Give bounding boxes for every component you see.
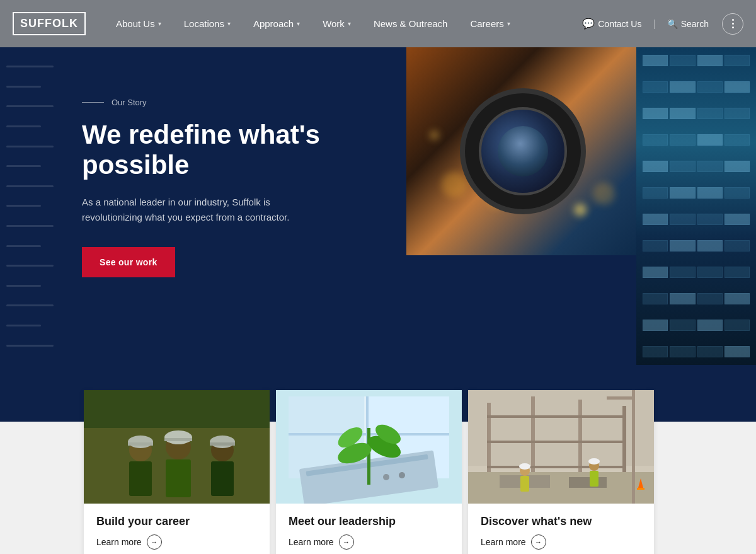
lens-inner [479, 107, 567, 195]
chevron-down-icon: ▾ [348, 20, 351, 27]
deco-line [6, 146, 54, 147]
deco-line [6, 66, 54, 67]
hero-cta-button[interactable]: See our work [82, 247, 175, 277]
building-row [636, 320, 756, 331]
svg-point-30 [383, 474, 389, 480]
svg-rect-40 [468, 472, 654, 504]
svg-point-29 [399, 472, 405, 478]
nav-item-work[interactable]: Work ▾ [311, 0, 362, 47]
building-pattern [636, 47, 756, 365]
grid-icon [732, 19, 734, 28]
deco-line [6, 125, 41, 127]
hero-main-image [406, 47, 639, 255]
card-image-news [468, 390, 654, 504]
card-title-careers: Build your career [96, 515, 257, 528]
deco-line [6, 304, 54, 306]
nav-item-careers[interactable]: Careers ▾ [459, 0, 521, 47]
cards-section: Build your career Learn more → [0, 365, 756, 554]
nav-item-about[interactable]: About Us ▾ [105, 0, 173, 47]
logo[interactable]: SUFFOLK [13, 12, 86, 35]
svg-rect-50 [607, 396, 635, 400]
svg-rect-38 [487, 441, 626, 443]
svg-rect-42 [569, 477, 607, 488]
card-body-careers: Build your career Learn more → [84, 504, 270, 554]
workers-illustration [84, 390, 270, 504]
card-body-news: Discover what's new Learn more → [468, 504, 654, 554]
card-body-leadership: Meet our leadership Learn more → [276, 504, 462, 554]
deco-line [6, 185, 54, 187]
card-link-careers[interactable]: Learn more → [96, 534, 257, 550]
building-row [636, 214, 756, 225]
building-row [636, 187, 756, 199]
bokeh-light [574, 204, 587, 216]
search-button[interactable]: 🔍 Search [662, 19, 714, 29]
card-leadership: Meet our leadership Learn more → [276, 390, 462, 554]
bokeh-light [442, 172, 467, 197]
main-nav: SUFFOLK About Us ▾ Locations ▾ Approach … [0, 0, 756, 47]
nav-links: About Us ▾ Locations ▾ Approach ▾ Work ▾… [105, 0, 577, 47]
building-row [636, 293, 756, 304]
contact-button[interactable]: 💬 Contact Us [577, 18, 646, 30]
nav-item-locations[interactable]: Locations ▾ [173, 0, 242, 47]
hero-description: As a national leader in our industry, Su… [82, 195, 302, 225]
card-title-leadership: Meet our leadership [289, 515, 449, 528]
hero-content: Our Story We redefine what's possible As… [82, 98, 346, 277]
building-row [636, 346, 756, 357]
svg-rect-37 [487, 415, 626, 418]
svg-rect-24 [367, 428, 370, 485]
bokeh-light [430, 130, 439, 140]
svg-point-48 [588, 458, 600, 465]
svg-rect-49 [632, 390, 635, 504]
building-row [636, 55, 756, 66]
card-image-leadership [276, 390, 462, 504]
card-link-leadership[interactable]: Learn more → [289, 534, 449, 550]
deco-line [6, 86, 41, 88]
chat-icon: 💬 [582, 18, 595, 30]
svg-point-45 [519, 463, 530, 470]
menu-grid-button[interactable] [722, 13, 743, 35]
building-row [636, 161, 756, 172]
hero-secondary-image [636, 47, 756, 365]
construction-illustration [468, 390, 654, 504]
chevron-down-icon: ▾ [507, 20, 510, 27]
card-careers: Build your career Learn more → [84, 390, 270, 554]
card-image-careers [84, 390, 270, 504]
hero-title: We redefine what's possible [82, 120, 346, 181]
plant-illustration [276, 390, 462, 504]
deco-line [6, 265, 54, 267]
deco-line [6, 285, 41, 287]
lens-core [498, 126, 548, 176]
deco-line [6, 165, 41, 167]
arrow-circle-icon: → [147, 534, 162, 550]
lens-outer [460, 88, 586, 214]
nav-divider: | [653, 18, 655, 30]
bokeh-light [593, 183, 615, 205]
card-news: Discover what's new Learn more → [468, 390, 654, 554]
hero-eyebrow: Our Story [82, 98, 346, 107]
arrow-circle-icon: → [339, 534, 354, 550]
svg-rect-39 [487, 466, 626, 468]
svg-rect-44 [520, 476, 529, 492]
chevron-down-icon: ▾ [297, 20, 300, 27]
deco-line [6, 325, 41, 326]
building-row [636, 134, 756, 146]
nav-right: 💬 Contact Us | 🔍 Search [577, 13, 743, 35]
svg-rect-52 [637, 488, 644, 490]
nav-item-approach[interactable]: Approach ▾ [242, 0, 311, 47]
search-icon: 🔍 [667, 19, 678, 29]
hero-images [391, 47, 756, 365]
deco-line [6, 245, 41, 247]
nav-item-news[interactable]: News & Outreach [362, 0, 459, 47]
chevron-down-icon: ▾ [227, 20, 231, 27]
eyebrow-line [82, 102, 104, 103]
hero-decorative-lines [0, 47, 76, 365]
hero-section: Our Story We redefine what's possible As… [0, 47, 756, 365]
chevron-down-icon: ▾ [158, 20, 161, 27]
card-link-news[interactable]: Learn more → [481, 534, 641, 550]
building-row [636, 108, 756, 119]
deco-line [6, 345, 54, 347]
deco-line [6, 225, 54, 227]
deco-line [6, 105, 54, 107]
deco-line [6, 205, 41, 207]
svg-rect-15 [84, 390, 270, 504]
